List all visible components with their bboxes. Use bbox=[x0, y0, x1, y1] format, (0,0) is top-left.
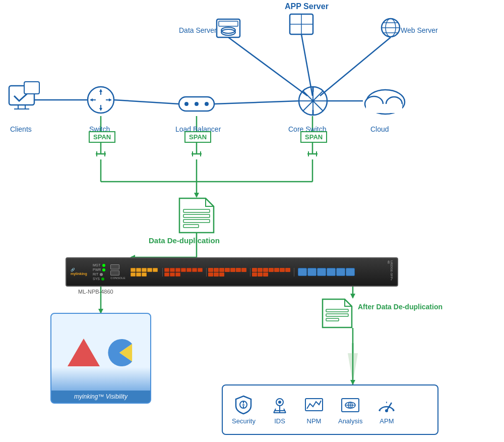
after-dedup-label: After Data De-duplication bbox=[358, 303, 443, 311]
svg-point-3 bbox=[221, 27, 235, 33]
svg-rect-0 bbox=[217, 19, 240, 37]
apm-label: APM bbox=[380, 417, 394, 425]
svg-marker-23 bbox=[99, 108, 102, 111]
svg-marker-21 bbox=[99, 89, 102, 92]
span-cs: SPAN bbox=[300, 131, 327, 143]
svg-rect-18 bbox=[24, 82, 39, 94]
svg-line-14 bbox=[320, 37, 391, 96]
svg-line-36 bbox=[303, 91, 323, 111]
device-model-label: ML-NPB-4860 bbox=[78, 289, 113, 295]
visibility-monitor: myinking™ Visibility bbox=[50, 313, 151, 404]
svg-marker-77 bbox=[350, 294, 355, 299]
svg-rect-70 bbox=[183, 214, 210, 217]
data-dedup-label: Data De-duplication bbox=[149, 236, 220, 245]
tool-apm: APM bbox=[376, 395, 397, 425]
tools-box: + Security IDS NPM bbox=[222, 384, 438, 435]
tool-security: + Security bbox=[232, 395, 256, 425]
svg-line-13 bbox=[301, 34, 312, 96]
svg-marker-27 bbox=[109, 98, 112, 101]
tool-ids: IDS bbox=[270, 395, 290, 425]
svg-line-44 bbox=[114, 100, 179, 104]
svg-point-106 bbox=[385, 409, 388, 412]
svg-rect-80 bbox=[326, 318, 339, 321]
svg-rect-28 bbox=[179, 97, 214, 111]
svg-rect-15 bbox=[9, 86, 34, 105]
npb-device: 🔗 mylinking MGT PWR RIT SYS bbox=[66, 257, 398, 287]
svg-text:+: + bbox=[242, 402, 245, 408]
diagram: APP Server Data Server Web Server Client… bbox=[0, 0, 504, 442]
svg-rect-72 bbox=[183, 225, 199, 228]
svg-point-41 bbox=[386, 97, 402, 111]
tool-npm: NPM bbox=[304, 395, 324, 425]
svg-point-19 bbox=[88, 87, 114, 113]
svg-marker-25 bbox=[90, 98, 93, 101]
svg-line-35 bbox=[303, 91, 323, 111]
svg-point-93 bbox=[278, 401, 281, 404]
svg-point-7 bbox=[382, 19, 400, 37]
svg-rect-69 bbox=[183, 209, 210, 212]
svg-point-8 bbox=[386, 19, 396, 37]
security-label: Security bbox=[232, 417, 256, 425]
svg-point-2 bbox=[221, 29, 235, 35]
tool-analysis: Analysis bbox=[338, 395, 362, 425]
svg-rect-42 bbox=[366, 104, 402, 113]
npm-label: NPM bbox=[307, 417, 322, 425]
svg-rect-71 bbox=[183, 219, 210, 223]
svg-rect-4 bbox=[290, 14, 313, 34]
visibility-label: myinking™ Visibility bbox=[51, 391, 150, 403]
web-server-label: Web Server bbox=[401, 26, 438, 34]
svg-rect-78 bbox=[326, 309, 348, 312]
svg-line-45 bbox=[214, 101, 299, 104]
analysis-label: Analysis bbox=[338, 417, 362, 425]
svg-rect-79 bbox=[326, 314, 348, 316]
svg-point-32 bbox=[299, 87, 327, 115]
svg-rect-16 bbox=[18, 105, 25, 109]
svg-marker-68 bbox=[194, 193, 199, 198]
span-lb: SPAN bbox=[184, 131, 211, 143]
clients-label: Clients bbox=[10, 125, 32, 133]
svg-point-31 bbox=[205, 102, 209, 106]
svg-point-30 bbox=[195, 102, 199, 106]
cloud-label: Cloud bbox=[370, 125, 389, 133]
svg-point-29 bbox=[184, 102, 188, 106]
app-server-label: APP Server bbox=[285, 2, 329, 11]
ids-label: IDS bbox=[274, 417, 285, 425]
svg-line-12 bbox=[228, 37, 307, 96]
svg-marker-83 bbox=[348, 353, 358, 383]
span-switch: SPAN bbox=[89, 131, 115, 143]
data-server-label: Data Server bbox=[179, 26, 217, 34]
svg-point-39 bbox=[366, 90, 405, 114]
svg-point-40 bbox=[365, 96, 383, 112]
svg-rect-1 bbox=[219, 21, 238, 26]
